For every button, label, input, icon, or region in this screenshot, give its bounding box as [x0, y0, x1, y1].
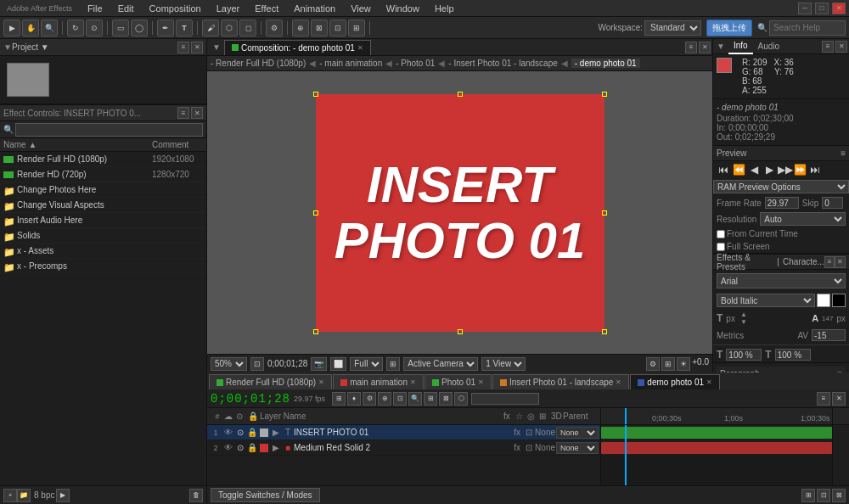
layer-qual-2[interactable]: ⊡ [523, 443, 535, 452]
skip-input[interactable] [822, 197, 843, 209]
tl-tool9[interactable]: ⬡ [454, 392, 468, 406]
breadcrumb-item-3[interactable]: - Photo 01 [396, 59, 435, 68]
preview-first-btn[interactable]: ⏮ [717, 164, 730, 176]
tl-tab-renderfull[interactable]: Render Full HD (1080p) ✕ [209, 374, 332, 389]
toggle-switches-modes-btn[interactable]: Toggle Switches / Modes [211, 488, 320, 502]
grid-btn[interactable]: ⊞ [661, 357, 675, 371]
size-up-btn[interactable]: ▲ [740, 311, 747, 318]
menu-layer[interactable]: Layer [213, 3, 244, 14]
tl-panel-menu[interactable]: ≡ [817, 392, 830, 406]
tl-tool8[interactable]: ⊠ [439, 392, 453, 406]
tool10[interactable]: ⊞ [348, 20, 365, 36]
menu-composition[interactable]: Composition [146, 3, 205, 14]
breadcrumb-item-2[interactable]: - main animation [319, 59, 382, 68]
tl-tool5[interactable]: ⊡ [393, 392, 407, 406]
camera-orbit-tool[interactable]: ⊙ [86, 20, 103, 36]
minimize-btn[interactable]: ─ [798, 3, 812, 14]
preview-last-btn[interactable]: ⏭ [808, 164, 822, 176]
corner-handle-bl[interactable] [313, 329, 318, 334]
tool8[interactable]: ⊠ [311, 20, 328, 36]
corner-handle-tr[interactable] [602, 92, 607, 97]
list-item[interactable]: 📁 x - Assets [0, 244, 206, 259]
tl-tab-insertphoto[interactable]: Insert Photo 01 - landscape ✕ [492, 374, 629, 389]
brush-tool[interactable]: 🖌 [202, 20, 219, 36]
layer-expand-1[interactable]: ▶ [270, 428, 282, 437]
resolution-select[interactable]: Auto [760, 212, 846, 226]
preview-expand[interactable]: ≡ [841, 148, 846, 158]
layer-qual-1[interactable]: ⊡ [523, 428, 535, 437]
info-panel-menu[interactable]: ≡ [822, 41, 834, 53]
comp-tab-close[interactable]: ✕ [357, 44, 363, 52]
fit-btn[interactable]: ⊡ [250, 357, 264, 371]
size-down-btn[interactable]: ▼ [740, 318, 747, 326]
panel-menu-btn[interactable]: ≡ [177, 42, 189, 53]
scale-h-input[interactable] [726, 349, 762, 361]
menu-file[interactable]: File [84, 3, 106, 14]
tl-tool4[interactable]: ⊕ [378, 392, 391, 406]
layer-solo-1[interactable]: ⊙ [234, 428, 246, 437]
tl-footer-btn3[interactable]: ⊠ [832, 489, 846, 502]
shape-ellipse-tool[interactable]: ◯ [131, 20, 148, 36]
tl-tab-close-4[interactable]: ✕ [616, 378, 621, 386]
corner-handle-ml[interactable] [313, 210, 318, 216]
quality-select[interactable]: Full [350, 357, 383, 371]
tl-tab-close-1[interactable]: ✕ [318, 378, 324, 386]
breadcrumb-item-4[interactable]: - Insert Photo 01 - landscape [448, 59, 557, 68]
tl-footer-btn1[interactable]: ⊞ [801, 489, 815, 502]
menu-window[interactable]: Window [383, 3, 423, 14]
font-family-select[interactable]: Arial [717, 273, 846, 288]
tl-panel-close[interactable]: ✕ [832, 392, 846, 406]
corner-handle-bm[interactable] [458, 329, 463, 334]
char-tab[interactable]: Characte... [783, 257, 824, 266]
tl-tab-photo01[interactable]: Photo 01 ✕ [424, 374, 492, 389]
tl-tab-mainanimation[interactable]: main animation ✕ [333, 374, 424, 389]
list-item[interactable]: 📁 Insert Audio Here [0, 213, 206, 228]
clone-tool[interactable]: ⬡ [221, 20, 238, 36]
corner-handle-tl[interactable] [313, 92, 318, 97]
shape-rect-tool[interactable]: ▭ [112, 20, 129, 36]
layer-row-1[interactable]: 1 👁 ⊙ 🔒 ▶ T INSERT PHOTO 01 fx ⊡ N [207, 425, 600, 440]
layer-vis-1[interactable]: 👁 [222, 428, 234, 437]
tracking-input[interactable] [812, 329, 846, 341]
region-btn[interactable]: ⊞ [386, 357, 400, 371]
corner-handle-tm[interactable] [458, 92, 463, 97]
layer-row-2[interactable]: 2 👁 ⊙ 🔒 ▶ ■ Medium Red Solid 2 fx ⊡ [207, 440, 600, 456]
menu-adobe-ae[interactable]: Adobe After Effects [3, 4, 76, 13]
upload-button[interactable]: 拖拽上传 [706, 20, 752, 36]
bpc-btn[interactable]: ▶ [56, 489, 70, 502]
menu-effect[interactable]: Effect [251, 3, 282, 14]
layer-fx-1[interactable]: fx [511, 428, 523, 437]
list-item[interactable]: 📁 x - Precomps [0, 259, 206, 274]
breadcrumb-item-1[interactable]: - Render Full HD (1080p) [211, 59, 306, 68]
timeline-ruler[interactable]: 0;00;30s 1;00s 1;00;30s 2;00s 2;30s [601, 408, 832, 425]
menu-view[interactable]: View [347, 3, 374, 14]
tab-audio[interactable]: Audio [753, 39, 785, 54]
tl-tab-close-2[interactable]: ✕ [410, 378, 416, 386]
preview-prev-frame-btn[interactable]: ◀ [747, 164, 761, 176]
comp-panel-close[interactable]: ✕ [699, 42, 711, 53]
layer-eye-icon-1[interactable]: 👁 [224, 428, 233, 437]
list-item-change-photos[interactable]: 📁 Change Photos Here [0, 182, 206, 198]
tl-tool1[interactable]: ⊞ [332, 392, 346, 406]
menu-animation[interactable]: Animation [290, 3, 339, 14]
menu-help[interactable]: Help [431, 3, 458, 14]
breadcrumb-item-5[interactable]: - demo photo 01 [571, 59, 640, 68]
zoom-select[interactable]: 50% [211, 357, 247, 371]
rotation-tool[interactable]: ↻ [67, 20, 84, 36]
info-panel-close[interactable]: ✕ [835, 41, 847, 53]
pen-tool[interactable]: ✒ [157, 20, 174, 36]
puppet-tool[interactable]: ⚙ [266, 20, 283, 36]
corner-handle-mr[interactable] [602, 210, 607, 216]
show-channel-btn[interactable]: ⬜ [330, 357, 346, 371]
from-current-checkbox[interactable] [717, 230, 725, 238]
snapshot-btn[interactable]: 📷 [311, 357, 327, 371]
layer-expand-2[interactable]: ▶ [270, 443, 282, 452]
effect-controls-close[interactable]: ✕ [191, 107, 203, 119]
view-options-btn[interactable]: ⚙ [646, 357, 660, 371]
tl-scroll-track[interactable] [833, 425, 849, 485]
tl-tool3[interactable]: ⚙ [363, 392, 376, 406]
preview-play-btn[interactable]: ▶ [762, 164, 776, 176]
ram-preview-select[interactable]: RAM Preview Options [713, 180, 849, 193]
preview-ff-btn[interactable]: ⏩ [793, 164, 807, 176]
tl-tab-close-3[interactable]: ✕ [478, 378, 484, 386]
